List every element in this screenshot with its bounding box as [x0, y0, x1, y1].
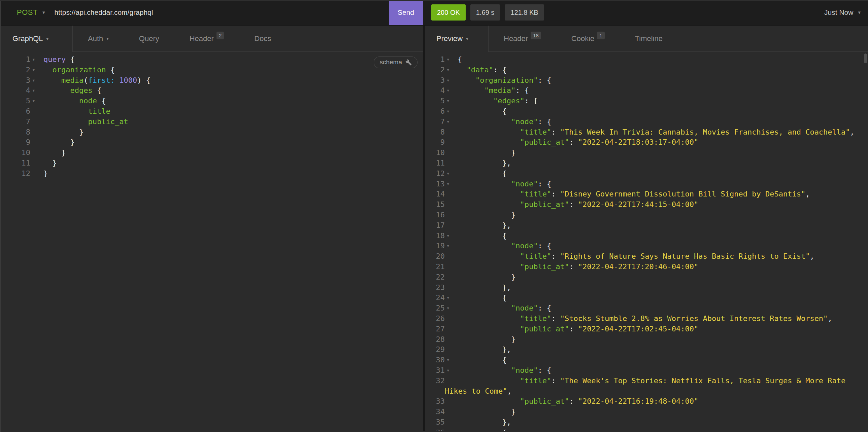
fold-caret-icon[interactable]: ▾	[445, 117, 453, 127]
fold-gutter-spacer	[445, 220, 453, 231]
response-size-badge: 121.8 KB	[505, 4, 544, 21]
fold-gutter-spacer	[30, 169, 38, 179]
fold-gutter-spacer	[445, 251, 453, 262]
http-method-dropdown[interactable]: POST ▾	[0, 8, 45, 17]
tab-auth[interactable]: Auth ▾	[73, 26, 124, 52]
line-number: 15	[431, 200, 445, 210]
scrollbar-thumb[interactable]	[864, 54, 867, 63]
code-text: },	[458, 283, 511, 293]
code-line: 23 },	[431, 283, 868, 293]
code-text: node {	[43, 96, 106, 106]
fold-gutter-spacer	[445, 376, 453, 386]
code-text: public_at	[43, 117, 128, 127]
schema-button[interactable]: schema	[374, 57, 417, 68]
send-button[interactable]: Send	[389, 0, 423, 25]
line-number: 21	[431, 262, 445, 272]
chevron-down-icon: ▾	[106, 36, 109, 41]
code-line: 12▾ {	[431, 169, 868, 179]
line-number: 7	[431, 117, 445, 127]
tab-header[interactable]: Header 2	[175, 26, 239, 52]
code-line: 18▾ {	[431, 231, 868, 241]
fold-caret-icon[interactable]: ▾	[445, 293, 453, 303]
code-text: "title": "Stocks Stumble 2.8% as Worries…	[458, 313, 832, 324]
response-meta-bar: 200 OK 1.69 s 121.8 KB Just Now ▾	[423, 0, 868, 25]
tab-label: Cookie	[571, 34, 594, 43]
code-text: "media": {	[458, 86, 529, 96]
response-history-dropdown[interactable]: Just Now ▾	[824, 8, 861, 16]
line-number: 8	[431, 127, 445, 138]
line-number: 16	[431, 210, 445, 220]
fold-caret-icon[interactable]: ▾	[445, 231, 453, 241]
code-text: }	[458, 148, 516, 158]
url-input[interactable]: https://api.cheddar.com/graphql	[54, 8, 389, 16]
code-line: 20 "title": "Rights of Nature Says Natur…	[431, 251, 868, 262]
fold-caret-icon[interactable]: ▾	[445, 75, 453, 86]
code-line: 7 public_at	[9, 117, 423, 127]
code-text: }	[43, 169, 48, 179]
line-number: 2	[431, 65, 445, 75]
line-number: 34	[431, 407, 445, 417]
fold-caret-icon[interactable]: ▾	[445, 86, 453, 96]
tab-response-header[interactable]: Header 18	[489, 26, 556, 52]
line-number: 28	[431, 334, 445, 345]
fold-caret-icon[interactable]: ▾	[445, 303, 453, 313]
line-number: 1	[9, 55, 30, 65]
fold-caret-icon[interactable]: ▾	[30, 55, 38, 65]
chevron-down-icon: ▾	[466, 36, 468, 41]
fold-caret-icon[interactable]: ▾	[445, 365, 453, 376]
fold-caret-icon[interactable]: ▾	[445, 355, 453, 365]
body-type-dropdown[interactable]: GraphQL ▾	[0, 26, 73, 52]
fold-gutter-spacer	[445, 417, 453, 428]
code-line: 2▾ organization {	[9, 65, 423, 75]
response-pane-header: Preview ▾ Header 18 Cookie 1 Timeline	[425, 26, 868, 52]
code-text: "title": "The Week's Top Stories: Netfli…	[458, 376, 845, 386]
fold-gutter-spacer	[445, 137, 453, 148]
fold-caret-icon[interactable]: ▾	[30, 86, 38, 96]
tab-cookie[interactable]: Cookie 1	[556, 26, 620, 52]
fold-caret-icon[interactable]: ▾	[445, 65, 453, 75]
code-line: 28 }	[431, 334, 868, 345]
line-number: 12	[431, 169, 445, 179]
line-number: 30	[431, 355, 445, 365]
tab-docs[interactable]: Docs	[239, 26, 286, 52]
line-number: 19	[431, 241, 445, 251]
request-pane: GraphQL ▾ Auth ▾ Query Header 2	[0, 26, 423, 431]
response-json-viewer[interactable]: 1▾{2▾ "data": {3▾ "organization": {4▾ "m…	[425, 52, 868, 431]
tab-timeline[interactable]: Timeline	[620, 26, 678, 52]
line-number: 4	[9, 86, 30, 96]
tab-query[interactable]: Query	[124, 26, 175, 52]
line-number: 9	[9, 137, 30, 148]
fold-gutter-spacer	[30, 117, 38, 127]
code-text: {	[458, 428, 507, 431]
code-line: 17 },	[431, 220, 868, 231]
pane-divider[interactable]	[423, 26, 425, 431]
fold-gutter-spacer	[30, 127, 38, 138]
code-line: 6 title	[9, 106, 423, 117]
code-text: }	[43, 127, 84, 138]
fold-caret-icon[interactable]: ▾	[30, 75, 38, 86]
fold-caret-icon[interactable]: ▾	[445, 96, 453, 106]
graphql-query-editor[interactable]: schema 1▾query {2▾ organization {3▾ medi…	[0, 52, 423, 431]
fold-caret-icon[interactable]: ▾	[445, 241, 453, 251]
fold-caret-icon[interactable]: ▾	[445, 428, 453, 431]
fold-caret-icon[interactable]: ▾	[445, 179, 453, 190]
sidebar-drag-handle[interactable]	[0, 1, 1, 432]
fold-caret-icon[interactable]: ▾	[445, 55, 453, 65]
preview-mode-dropdown[interactable]: Preview ▾	[425, 26, 489, 52]
fold-caret-icon[interactable]: ▾	[30, 96, 38, 106]
main-panes: GraphQL ▾ Auth ▾ Query Header 2	[0, 26, 868, 431]
line-number: 36	[431, 428, 445, 431]
fold-caret-icon[interactable]: ▾	[30, 65, 38, 75]
tab-label: Auth	[88, 34, 103, 43]
fold-caret-icon[interactable]: ▾	[445, 169, 453, 179]
line-number: 10	[431, 148, 445, 158]
code-text: }	[43, 158, 57, 169]
code-text: organization {	[43, 65, 115, 75]
fold-caret-icon[interactable]: ▾	[445, 106, 453, 117]
code-line: 1▾{	[431, 55, 868, 65]
tab-label: Query	[139, 34, 159, 43]
fold-gutter-spacer	[445, 210, 453, 220]
code-line: 25▾ "node": {	[431, 303, 868, 313]
line-number: 33	[431, 396, 445, 407]
code-line: 4▾ "media": {	[431, 86, 868, 96]
